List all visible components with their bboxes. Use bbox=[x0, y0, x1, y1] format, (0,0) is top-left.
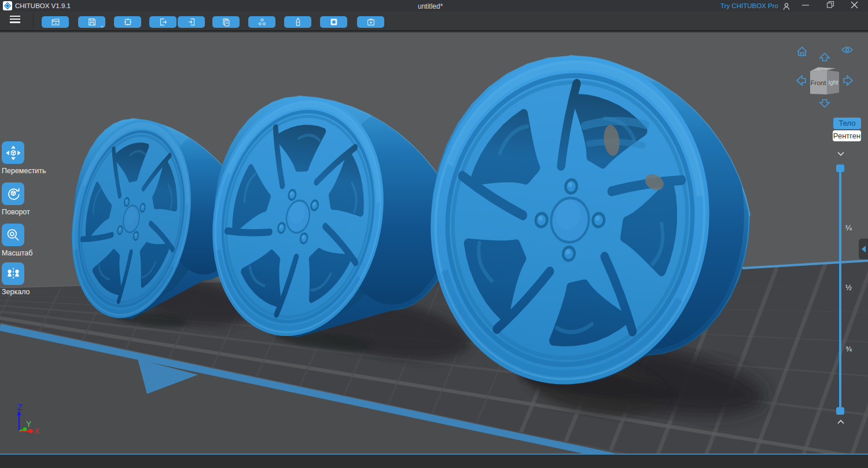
svg-text:Y: Y bbox=[26, 419, 32, 429]
svg-text:Front: Front bbox=[811, 79, 827, 86]
svg-text:ight: ight bbox=[829, 79, 838, 86]
svg-text:X: X bbox=[34, 426, 40, 436]
svg-text:Z: Z bbox=[17, 403, 23, 412]
